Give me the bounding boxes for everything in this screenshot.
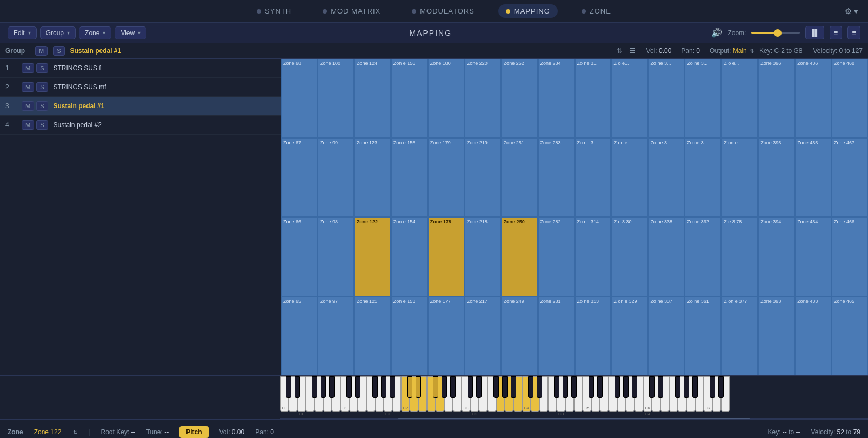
black-key[interactable] [528, 376, 533, 398]
black-key[interactable] [649, 376, 655, 398]
black-key[interactable] [511, 376, 516, 398]
group-button[interactable]: Group ▾ [40, 26, 76, 39]
black-key[interactable] [416, 376, 421, 398]
zone-cell[interactable]: Zone 219 [465, 138, 501, 217]
track2-s-button[interactable]: S [36, 82, 48, 92]
zone-cell[interactable]: Zone 249 [502, 297, 538, 376]
zone-cell[interactable]: Zone 435 [795, 138, 831, 217]
zone-cell[interactable]: Zone 281 [538, 297, 575, 376]
zone-cell[interactable]: Zone 100 [318, 59, 354, 138]
black-key[interactable] [450, 376, 456, 398]
black-key[interactable] [632, 376, 637, 398]
keyboard-keys[interactable]: C0C1C2C3C4C5C6C7 [280, 376, 868, 417]
black-key[interactable] [476, 376, 482, 398]
zone-cell[interactable]: Zone 395 [758, 138, 794, 217]
black-key[interactable] [295, 376, 300, 398]
zone-cell[interactable]: Zone 65 [281, 297, 317, 376]
scrollbar-thumb[interactable] [398, 418, 751, 419]
zone-cell[interactable]: Zo ne 337 [648, 297, 684, 376]
zone-cell[interactable]: Zone 466 [832, 217, 868, 296]
black-key[interactable] [710, 376, 715, 398]
zone-cell[interactable]: Zone 180 [428, 59, 464, 138]
zone-cell-selected[interactable]: Zone 122 [355, 217, 391, 296]
black-key[interactable] [675, 376, 680, 398]
zone-cell[interactable]: Zone 124 [355, 59, 391, 138]
black-key[interactable] [442, 376, 447, 398]
black-key[interactable] [589, 376, 594, 398]
track1-m-button[interactable]: M [22, 63, 34, 73]
zone-cell-selected[interactable]: Zone 178 [428, 217, 464, 296]
view-list-button[interactable]: ≡ [830, 26, 843, 39]
track4-s-button[interactable]: S [36, 120, 48, 130]
black-key[interactable] [346, 376, 352, 398]
zone-cell[interactable]: Zone 220 [465, 59, 501, 138]
black-key[interactable] [407, 376, 412, 398]
black-key[interactable] [502, 376, 508, 398]
zone-cell[interactable]: Zone 68 [281, 59, 317, 138]
zone-cell[interactable]: Zone 436 [795, 59, 831, 138]
zone-cell[interactable]: Zo ne 3... [648, 138, 684, 217]
view-list2-button[interactable]: ≡ [847, 26, 860, 39]
zone-cell[interactable]: Zone 434 [795, 217, 831, 296]
zone-cell[interactable]: Z on e 377 [722, 297, 758, 376]
black-key[interactable] [537, 376, 542, 398]
zone-cell[interactable]: Zone 465 [832, 297, 868, 376]
black-key[interactable] [468, 376, 473, 398]
track-row[interactable]: 1 M S STRINGS SUS f [0, 59, 281, 78]
black-key[interactable] [312, 376, 317, 398]
black-key[interactable] [286, 376, 291, 398]
zone-cell[interactable]: Zone 393 [758, 297, 794, 376]
black-key[interactable] [623, 376, 629, 398]
black-key[interactable] [615, 376, 620, 398]
zone-cell-selected[interactable]: Zone 250 [502, 217, 538, 296]
keyboard-scrollbar[interactable] [280, 418, 868, 419]
zone-cell[interactable]: Zon e 153 [391, 297, 428, 376]
zone-cell[interactable]: Zo ne 3... [575, 138, 611, 217]
view-bars-button[interactable]: ▐▌ [805, 26, 824, 39]
zone-cell[interactable]: Z o e... [611, 59, 647, 138]
black-key[interactable] [563, 376, 568, 398]
zone-cell[interactable]: Zone 284 [538, 59, 575, 138]
track1-s-button[interactable]: S [36, 63, 48, 73]
view-button[interactable]: View ▾ [115, 26, 146, 39]
track4-m-button[interactable]: M [22, 120, 34, 130]
zone-chevron[interactable]: ⇅ [73, 429, 77, 435]
zone-cell[interactable]: Zone 97 [318, 297, 354, 376]
edit-button[interactable]: Edit ▾ [8, 26, 37, 39]
zone-cell[interactable]: Zone 177 [428, 297, 464, 376]
track-row[interactable]: 2 M S STRINGS SUS mf [0, 78, 281, 97]
zone-cell[interactable]: Zone 179 [428, 138, 464, 217]
zone-cell[interactable]: Zon e 155 [391, 138, 428, 217]
nav-mod-matrix[interactable]: MOD MATRIX [315, 4, 388, 18]
zone-cell[interactable]: Zone 396 [758, 59, 794, 138]
group-list-icon[interactable]: ☰ [630, 47, 636, 55]
zone-cell[interactable]: Zo ne 3... [575, 59, 611, 138]
zone-cell[interactable]: Z e 3 78 [722, 217, 758, 296]
black-key[interactable] [381, 376, 386, 398]
black-key[interactable] [390, 376, 395, 398]
track-row[interactable]: 3 M S Sustain pedal #1 [0, 97, 281, 116]
zone-cell[interactable]: Zone 121 [355, 297, 391, 376]
zone-cell[interactable]: Zone 99 [318, 138, 354, 217]
zoom-slider[interactable] [751, 32, 800, 34]
black-key[interactable] [554, 376, 559, 398]
zone-cell[interactable]: Zone 251 [502, 138, 538, 217]
group-s-button[interactable]: S [53, 46, 64, 56]
black-key[interactable] [571, 376, 577, 398]
zone-cell[interactable]: Zo ne 362 [685, 217, 721, 296]
zone-cell[interactable]: Zone 98 [318, 217, 354, 296]
zone-cell[interactable]: Z on e 329 [611, 297, 647, 376]
black-key[interactable] [684, 376, 689, 398]
pitch-button[interactable]: Pitch [179, 426, 208, 438]
track2-m-button[interactable]: M [22, 82, 34, 92]
zone-cell[interactable]: Zone 218 [465, 217, 501, 296]
zone-cell[interactable]: Z on e... [611, 138, 647, 217]
black-key[interactable] [718, 376, 724, 398]
nav-mapping[interactable]: MAPPING [498, 4, 558, 18]
zone-cell[interactable]: Z on e... [722, 138, 758, 217]
black-key[interactable] [433, 376, 438, 398]
black-key[interactable] [355, 376, 360, 398]
track3-m-button[interactable]: M [22, 101, 34, 111]
nav-zone[interactable]: ZONE [574, 4, 619, 18]
nav-synth[interactable]: SYNTH [249, 4, 299, 18]
